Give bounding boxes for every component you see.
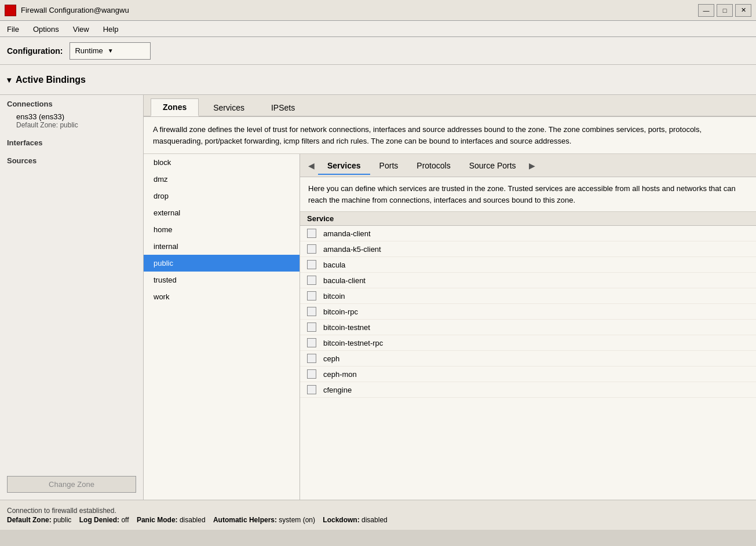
list-item: bitcoin xyxy=(300,288,756,304)
service-checkbox-bacula-client[interactable] xyxy=(307,276,316,285)
tab-zones[interactable]: Zones xyxy=(151,98,199,116)
connection-default-zone: Default Zone: public xyxy=(0,121,143,131)
list-item: bacula-client xyxy=(300,273,756,288)
zone-list: block dmz drop external home internal pu… xyxy=(144,154,300,500)
service-checkbox-bitcoin-testnet[interactable] xyxy=(307,323,316,332)
services-tab-bar: ◀ Services Ports Protocols Source Ports … xyxy=(300,154,756,177)
status-auto-helpers-label: Automatic Helpers: xyxy=(213,516,277,524)
main-container: Configuration: Runtime ▼ ▾ Active Bindin… xyxy=(0,37,756,530)
status-log-denied-label: Log Denied: xyxy=(79,516,119,524)
minimize-button[interactable]: — xyxy=(698,4,714,17)
tab-services[interactable]: Services xyxy=(201,99,257,116)
service-checkbox-bitcoin-testnet-rpc[interactable] xyxy=(307,338,316,347)
status-lockdown-value: disabled xyxy=(361,516,388,524)
maximize-button[interactable]: □ xyxy=(717,4,733,17)
interfaces-label: Interfaces xyxy=(0,136,143,149)
service-column-header: Service xyxy=(307,214,334,223)
body-split: Connections ens33 (ens33) Default Zone: … xyxy=(0,95,756,500)
status-lockdown-label: Lockdown: xyxy=(323,516,359,524)
list-item: ceph xyxy=(300,351,756,367)
list-item: amanda-k5-client xyxy=(300,241,756,257)
service-tab-services[interactable]: Services xyxy=(318,156,370,175)
zone-item-trusted[interactable]: trusted xyxy=(144,272,300,288)
dropdown-arrow-icon: ▼ xyxy=(108,47,114,54)
list-item: bitcoin-rpc xyxy=(300,304,756,320)
service-tab-source-ports[interactable]: Source Ports xyxy=(460,156,525,175)
zone-item-block[interactable]: block xyxy=(144,154,300,171)
tab-bar: Zones Services IPSets xyxy=(144,95,756,117)
service-checkbox-ceph-mon[interactable] xyxy=(307,369,316,379)
service-name-ceph-mon: ceph-mon xyxy=(323,370,357,379)
service-list-container: Service amanda-client amanda-k5-client xyxy=(300,212,756,500)
zone-item-external[interactable]: external xyxy=(144,204,300,221)
toolbar: Configuration: Runtime ▼ xyxy=(0,37,756,65)
zone-services-split: block dmz drop external home internal pu… xyxy=(144,154,756,500)
tab-ipsets[interactable]: IPSets xyxy=(259,99,307,116)
nav-right-icon[interactable]: ▶ xyxy=(525,159,539,173)
interfaces-section: Interfaces xyxy=(0,134,143,152)
connection-item[interactable]: ens33 (ens33) Default Zone: public xyxy=(0,111,143,131)
config-label: Configuration: xyxy=(7,46,63,56)
menu-file[interactable]: File xyxy=(0,22,26,35)
status-auto-helpers-value: system (on) xyxy=(279,516,321,524)
service-name-cfengine: cfengine xyxy=(323,386,352,394)
menu-bar: File Options View Help xyxy=(0,21,756,37)
menu-view[interactable]: View xyxy=(66,22,96,35)
zones-description: A firewalld zone defines the level of tr… xyxy=(144,117,756,154)
service-checkbox-cfengine[interactable] xyxy=(307,385,316,394)
zone-item-drop[interactable]: drop xyxy=(144,188,300,204)
window-controls: — □ ✕ xyxy=(698,4,751,17)
services-description: Here you can define which services are t… xyxy=(300,177,756,212)
service-name-bitcoin-testnet-rpc: bitcoin-testnet-rpc xyxy=(323,339,383,347)
zone-item-work[interactable]: work xyxy=(144,288,300,305)
service-name-bacula: bacula xyxy=(323,261,345,269)
change-zone-button[interactable]: Change Zone xyxy=(7,476,136,493)
status-panic-mode-value: disabled xyxy=(180,516,211,524)
close-button[interactable]: ✕ xyxy=(735,4,751,17)
zone-item-internal[interactable]: internal xyxy=(144,238,300,255)
status-panic-mode-label: Panic Mode: xyxy=(137,516,178,524)
zone-item-home[interactable]: home xyxy=(144,221,300,238)
config-value: Runtime xyxy=(75,46,103,55)
service-list-header: Service xyxy=(300,212,756,226)
active-bindings-label: Active Bindings xyxy=(16,75,86,85)
service-name-bacula-client: bacula-client xyxy=(323,276,366,285)
title-bar: Firewall Configuration@wangwu — □ ✕ xyxy=(0,0,756,21)
services-panel: ◀ Services Ports Protocols Source Ports … xyxy=(300,154,756,500)
window-title: Firewall Configuration@wangwu xyxy=(21,6,698,14)
list-item: bacula xyxy=(300,257,756,273)
service-checkbox-bitcoin-rpc[interactable] xyxy=(307,307,316,316)
sources-label: Sources xyxy=(0,154,143,167)
service-tab-ports[interactable]: Ports xyxy=(370,156,408,175)
status-default-zone-label: Default Zone: xyxy=(7,516,52,524)
config-dropdown[interactable]: Runtime ▼ xyxy=(70,42,151,60)
active-bindings-header: ▾ Active Bindings xyxy=(0,65,756,95)
service-checkbox-ceph[interactable] xyxy=(307,354,316,363)
service-tab-protocols[interactable]: Protocols xyxy=(407,156,459,175)
service-name-ceph: ceph xyxy=(323,354,339,363)
zone-item-public[interactable]: public xyxy=(144,255,300,272)
zone-item-dmz[interactable]: dmz xyxy=(144,171,300,188)
service-checkbox-amanda-client[interactable] xyxy=(307,229,316,238)
menu-help[interactable]: Help xyxy=(96,22,126,35)
chevron-down-icon: ▾ xyxy=(7,75,11,85)
connections-section: Connections ens33 (ens33) Default Zone: … xyxy=(0,95,143,134)
status-log-denied-value: off xyxy=(121,516,134,524)
sidebar: Connections ens33 (ens33) Default Zone: … xyxy=(0,95,144,500)
service-checkbox-amanda-k5-client[interactable] xyxy=(307,244,316,254)
nav-left-icon[interactable]: ◀ xyxy=(305,159,318,173)
content-area: Zones Services IPSets A firewalld zone d… xyxy=(144,95,756,500)
status-bar: Connection to firewalld established. Def… xyxy=(0,500,756,530)
list-item: bitcoin-testnet-rpc xyxy=(300,335,756,351)
service-checkbox-bacula[interactable] xyxy=(307,260,316,269)
menu-options[interactable]: Options xyxy=(26,22,66,35)
service-name-bitcoin-testnet: bitcoin-testnet xyxy=(323,323,370,332)
sources-section: Sources xyxy=(0,152,143,170)
service-name-amanda-k5-client: amanda-k5-client xyxy=(323,245,381,254)
service-name-bitcoin: bitcoin xyxy=(323,292,345,301)
app-icon xyxy=(5,5,16,16)
list-item: bitcoin-testnet xyxy=(300,320,756,335)
list-item: amanda-client xyxy=(300,226,756,241)
service-checkbox-bitcoin[interactable] xyxy=(307,291,316,301)
status-line2: Default Zone: public Log Denied: off Pan… xyxy=(7,516,749,524)
